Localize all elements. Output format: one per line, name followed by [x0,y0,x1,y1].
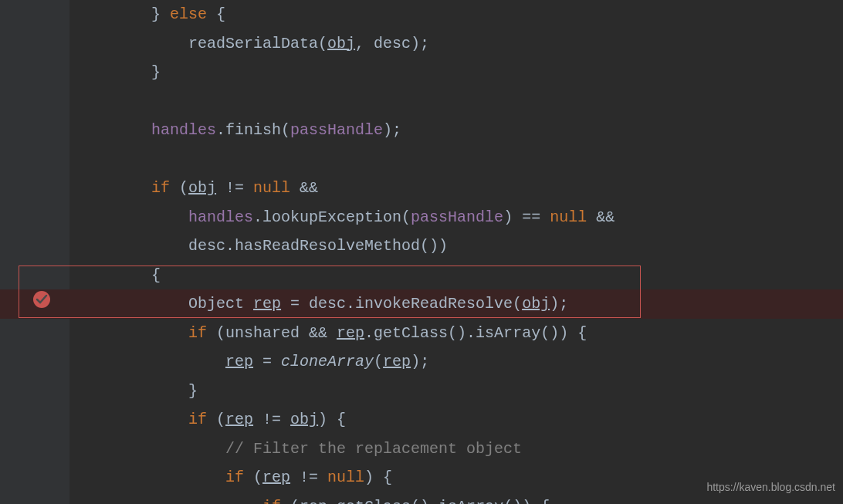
watermark-text: https://kaven.blog.csdn.net [706,481,835,493]
code-line[interactable]: } else { [69,0,843,29]
gutter[interactable] [0,0,69,504]
code-line[interactable]: handles.finish(passHandle); [69,116,843,145]
code-line[interactable] [69,87,843,117]
code-line[interactable]: readSerialData(obj, desc); [69,29,843,59]
code-editor[interactable]: } else { readSerialData(obj, desc); } ha… [69,0,843,504]
code-line[interactable]: // Filter the replacement object [69,435,843,464]
code-line[interactable]: rep = cloneArray(rep); [69,347,843,377]
code-line[interactable]: if (obj != null && [69,174,843,203]
breakpoint-icon[interactable] [32,290,51,309]
code-line[interactable]: if (rep.getClass().isArray()) { [69,492,843,505]
code-line[interactable]: handles.lookupException(passHandle) == n… [69,203,843,232]
code-line[interactable]: } [69,377,843,406]
code-line[interactable]: if (unshared && rep.getClass().isArray()… [69,319,843,348]
code-line[interactable] [69,145,843,174]
code-line[interactable]: Object rep = desc.invokeReadResolve(obj)… [69,289,843,319]
code-line[interactable]: { [69,261,843,290]
code-line[interactable]: if (rep != obj) { [69,405,843,435]
code-line[interactable]: } [69,58,843,87]
code-line[interactable]: desc.hasReadResolveMethod()) [69,232,843,261]
